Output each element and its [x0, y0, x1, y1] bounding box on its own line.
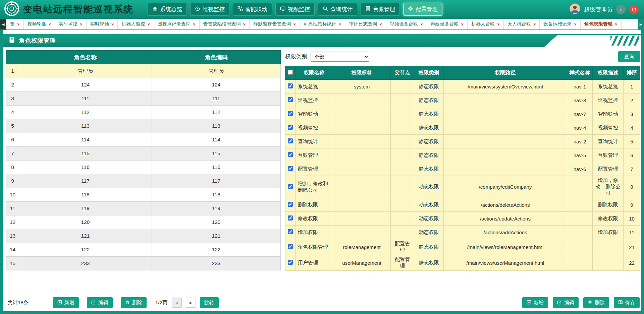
permission-row[interactable]: 巡视监控静态权限nav-3巡视监控2 [285, 93, 640, 107]
role-row[interactable]: 7115115 [6, 147, 281, 161]
query-button[interactable]: 查询 [618, 51, 640, 62]
role-row[interactable]: 8116116 [6, 161, 281, 174]
perm-save-button[interactable]: 保存 [614, 297, 640, 308]
row-checkbox[interactable] [288, 244, 293, 249]
tab-close-icon[interactable]: × [420, 22, 423, 27]
row-checkbox[interactable] [288, 202, 293, 207]
tab-item[interactable]: 告警缺陷信息查询× [200, 19, 250, 29]
permission-row[interactable]: 系统总览system静态权限/main/views/systemOverview… [285, 80, 640, 93]
tab-item[interactable]: 巡视点记录查询× [154, 19, 200, 29]
permission-row[interactable]: 配置管理静态权限nav-6配置管理7 [285, 162, 640, 176]
row-checkbox[interactable] [288, 111, 293, 116]
row-checkbox[interactable] [288, 184, 293, 189]
role-row[interactable]: 15233233 [6, 257, 281, 270]
info-icon[interactable]: i [616, 5, 626, 14]
tab-close-icon[interactable]: × [497, 22, 500, 27]
permission-row[interactable]: 修改权限动态权限/actions/updateActions修改权限10 [285, 212, 640, 226]
tab-close-icon[interactable]: × [243, 22, 246, 27]
tab-item[interactable]: 视频轮播× [24, 19, 55, 29]
perm-edit-button[interactable]: 编辑 [553, 297, 579, 308]
tab-close-icon[interactable]: × [17, 22, 20, 27]
row-checkbox[interactable] [288, 152, 293, 157]
tab-close-icon[interactable]: × [147, 22, 150, 27]
next-page-button[interactable]: ▶ [186, 298, 196, 308]
role-row[interactable]: 2124124 [6, 78, 281, 92]
row-checkbox[interactable] [288, 215, 293, 221]
tab-item[interactable]: 览× [6, 19, 24, 29]
permission-row[interactable]: 视频监控静态权限nav-4视频监控4 [285, 121, 640, 135]
tab-item[interactable]: 机器人监控× [118, 19, 154, 29]
role-row[interactable]: 4112112 [6, 106, 281, 119]
permission-row[interactable]: 角色权限管理roleManagement配置管理静态权限/main/views/… [285, 239, 640, 255]
tab-close-icon[interactable]: × [461, 22, 464, 27]
tab-close-icon[interactable]: × [574, 22, 577, 27]
permission-row[interactable]: 用户管理userManagement配置管理静态权限/main/views/us… [285, 255, 640, 271]
role-row[interactable]: 11119119 [6, 202, 281, 215]
tab-item[interactable]: 角色权限管理× [581, 19, 622, 29]
prev-page-button[interactable]: ◀ [172, 298, 182, 308]
row-checkbox[interactable] [288, 138, 293, 143]
tab-close-icon[interactable]: × [339, 22, 341, 27]
role-row[interactable]: 13121121 [6, 229, 281, 243]
tab-close-icon[interactable]: × [293, 22, 296, 27]
permission-row[interactable]: 增加，修改和删除公司动态权限/company/editCompany增加，修改，… [285, 176, 640, 198]
role-row[interactable]: 3111111 [6, 92, 281, 106]
tab-item[interactable]: 审计日志查询× [345, 19, 386, 29]
tab-item[interactable]: 实时视频× [87, 19, 118, 29]
row-checkbox[interactable] [288, 83, 293, 88]
tab-close-icon[interactable]: × [80, 22, 83, 27]
nav-config-management[interactable]: 配置管理 [403, 3, 442, 16]
role-edit-button[interactable]: 编辑 [87, 297, 113, 308]
avatar[interactable] [570, 3, 580, 15]
tab-item[interactable]: 视频设备台账× [386, 19, 427, 29]
permission-row[interactable]: 智能联动静态权限nav-7智能联动3 [285, 107, 640, 121]
tab-item[interactable]: 声纹设备台账× [427, 19, 468, 29]
permission-row[interactable]: 查询统计静态权限nav-2查询统计5 [285, 135, 640, 148]
permission-row[interactable]: 台账管理静态权限nav-5台账管理6 [285, 148, 640, 162]
role-row[interactable]: 9117117 [6, 174, 281, 188]
jump-page-button[interactable]: 跳转 [200, 297, 219, 308]
role-row[interactable]: 5113113 [6, 119, 281, 133]
role-row[interactable]: 14122122 [6, 243, 281, 257]
tab-close-icon[interactable]: × [533, 22, 536, 27]
nav-ledger[interactable]: 台账管理 [361, 3, 400, 16]
perm-cell-path: /main/views/systemOverview.html [444, 80, 567, 93]
perm-delete-button[interactable]: 删除 [583, 297, 609, 308]
tab-close-icon[interactable]: × [379, 22, 382, 27]
nav-video-monitor[interactable]: 视频监控 [275, 3, 315, 16]
tab-close-icon[interactable]: × [111, 22, 114, 27]
perm-add-button[interactable]: 新增 [522, 297, 548, 308]
tab-item[interactable]: 机器人台账× [468, 19, 504, 29]
role-row[interactable]: 6114114 [6, 133, 281, 147]
select-all-checkbox[interactable] [288, 70, 293, 75]
row-checkbox[interactable] [288, 166, 293, 171]
row-checkbox[interactable] [288, 97, 293, 102]
role-row[interactable]: 10118118 [6, 188, 281, 202]
row-checkbox[interactable] [288, 125, 293, 130]
nav-system-overview[interactable]: 系统总览 [148, 3, 187, 16]
tab-item[interactable]: 静默监视告警查询× [250, 19, 300, 29]
role-row[interactable]: 1管理员管理员 [6, 64, 281, 78]
power-icon[interactable] [629, 5, 639, 14]
tab-close-icon[interactable]: × [193, 22, 196, 27]
row-checkbox[interactable] [288, 260, 293, 265]
role-add-button[interactable]: 新增 [53, 297, 79, 308]
role-delete-button[interactable]: 删除 [121, 297, 147, 308]
tab-close-icon[interactable]: × [49, 22, 51, 27]
tab-item[interactable]: 设备运维记录× [540, 19, 581, 29]
tab-item[interactable]: 可靠性指标统计× [300, 19, 345, 29]
tab-item[interactable]: 无人机台账× [504, 19, 540, 29]
tab-scroll-left-button[interactable]: ◀ [0, 19, 6, 29]
nav-smart-link[interactable]: 智能联动 [233, 3, 272, 16]
tab-scroll-right-button[interactable]: ▶ [638, 19, 644, 29]
permission-type-select[interactable]: 全部 [311, 52, 369, 62]
tab-close-icon[interactable]: × [615, 22, 618, 27]
edit-icon [91, 300, 96, 306]
role-row[interactable]: 12120120 [6, 215, 281, 229]
permission-row[interactable]: 删除权限动态权限/actions/deleteActions删除权限9 [285, 198, 640, 212]
tab-item[interactable]: 实时监控× [55, 19, 87, 29]
nav-query-stats[interactable]: 查询统计 [318, 3, 357, 16]
nav-inspection-monitor[interactable]: 巡视监控 [190, 3, 229, 16]
row-checkbox[interactable] [288, 229, 293, 234]
permission-row[interactable]: 增加权限动态权限/actions/addActions增加权限11 [285, 226, 640, 239]
